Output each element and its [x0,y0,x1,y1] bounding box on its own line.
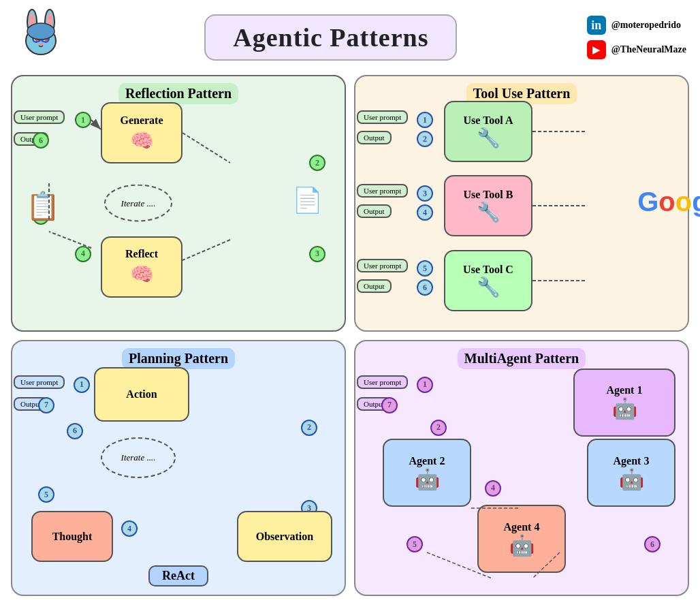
planning-iterate-oval: Iterate .... [101,437,176,478]
planning-user-prompt: User prompt [14,375,65,389]
social-links: in @moteropedrido ▶ @TheNeuralMaze [587,16,686,59]
multiagent-node-6: 6 [644,536,661,552]
youtube-handle: @TheNeuralMaze [611,44,686,55]
linkedin-handle: @moteropedrido [611,20,681,31]
tooluse-tool-a-label: Use Tool A [464,114,513,127]
tooluse-tool-c-box: Use Tool C 🔧 [444,250,532,311]
brain-emoji-1: 🧠 [130,129,154,152]
main-grid: Reflection Pattern User prompt Output 1 … [0,72,700,603]
reflection-node-1: 1 [75,112,91,128]
robot-1-icon: 🤖 [612,396,637,420]
tooluse-output-1: Output [357,131,392,144]
multiagent-node-4: 4 [485,480,501,497]
tooluse-output-5: Output [357,279,392,293]
robot-3-icon: 🤖 [619,467,644,491]
tooluse-output-3: Output [357,204,392,218]
planning-thought-label: Thought [52,531,93,543]
multiagent-node-7: 7 [381,397,398,413]
planning-action-box: Action [94,367,189,422]
tooluse-node-6: 6 [417,279,433,296]
tooluse-prompt-5: User prompt [357,259,408,272]
tool-b-icon: 🔧 [477,201,500,223]
tooluse-prompt-1: User prompt [357,110,408,124]
tooluse-pattern-box: Tool Use Pattern User prompt Output 1 2 … [354,75,689,332]
planning-pattern-box: Planning Pattern User prompt Output 1 2 … [11,340,346,597]
brain-emoji-2: 🧠 [130,263,154,285]
planning-react-label: ReAct [148,565,208,586]
planning-node-2: 2 [301,420,317,436]
reflection-reflect-label: Reflect [125,248,158,260]
planning-node-1: 1 [74,377,90,393]
reflection-node-2: 2 [309,155,325,171]
reflection-title: Reflection Pattern [118,83,238,104]
tooluse-tool-b-box: Use Tool B 🔧 [444,175,532,236]
reflection-user-prompt: User prompt [14,110,65,124]
multiagent-agent1-box: Agent 1 🤖 [573,369,675,437]
multiagent-title: MultiAgent Pattern [458,348,586,369]
multiagent-node-5: 5 [407,536,423,552]
header: Agentic Patterns in @moteropedrido ▶ @Th… [0,0,700,72]
reflection-iterate-label: Iterate .... [121,198,156,208]
planning-title: Planning Pattern [122,348,235,369]
robot-4-icon: 🤖 [509,533,535,557]
tooluse-node-1: 1 [417,112,433,128]
tooluse-node-3: 3 [417,185,433,202]
youtube-item: ▶ @TheNeuralMaze [587,40,686,59]
reflection-node-4: 4 [75,246,91,262]
tooluse-node-4: 4 [417,204,433,221]
planning-node-4: 4 [121,520,138,537]
tooluse-tool-c-label: Use Tool C [463,264,513,276]
svg-line-16 [91,120,101,129]
multiagent-agent3-box: Agent 3 🤖 [587,439,675,507]
tooluse-node-5: 5 [417,260,433,277]
tooluse-node-2: 2 [417,131,433,147]
multiagent-pattern-box: MultiAgent Pattern User prompt Output 1 … [354,340,689,597]
tooluse-prompt-3: User prompt [357,184,408,198]
svg-line-18 [182,240,230,260]
planning-node-7: 7 [38,397,54,413]
checklist-icon: 📋 [26,190,60,222]
tooluse-tool-a-box: Use Tool A 🔧 [444,101,532,162]
reflection-reflect-box: Reflect 🧠 [101,236,182,298]
planning-node-5: 5 [38,486,54,503]
multiagent-agent2-label: Agent 2 [409,455,445,467]
multiagent-node-1: 1 [417,377,433,393]
reflection-pattern-box: Reflection Pattern User prompt Output 1 … [11,75,346,332]
multiagent-agent3-label: Agent 3 [614,455,650,467]
reflection-iterate-oval: Iterate .... [104,185,172,222]
planning-action-label: Action [126,388,157,401]
reflection-generate-box: Generate 🧠 [101,102,182,163]
tool-c-icon: 🔧 [477,276,500,298]
bunny-logo [14,7,68,61]
multiagent-agent2-box: Agent 2 🤖 [383,439,471,507]
multiagent-agent4-label: Agent 4 [504,521,540,533]
svg-point-15 [27,23,54,40]
multiagent-user-prompt: User prompt [357,375,408,389]
svg-point-11 [39,43,43,46]
google-icon: Google [637,187,700,217]
planning-iterate-label: Iterate .... [121,452,156,463]
svg-line-17 [182,133,230,163]
multiagent-agent4-box: Agent 4 🤖 [477,505,566,573]
planning-observation-label: Observation [256,531,313,543]
tool-a-icon: 🔧 [477,127,500,149]
page-title: Agentic Patterns [204,14,457,61]
multiagent-agent1-label: Agent 1 [607,384,643,396]
reflection-node-6: 6 [33,132,49,148]
reflection-generate-label: Generate [120,114,163,127]
planning-node-6: 6 [67,423,83,439]
reflection-node-3: 3 [309,246,325,262]
linkedin-item: in @moteropedrido [587,16,681,35]
tooluse-tool-b-label: Use Tool B [464,189,513,201]
linkedin-icon: in [587,16,606,35]
multiagent-node-2: 2 [430,420,447,436]
robot-2-icon: 🤖 [415,467,440,491]
planning-thought-box: Thought [31,511,113,562]
planning-observation-box: Observation [237,511,332,562]
document-icon: 📄 [292,186,323,215]
logo-area [14,7,75,68]
youtube-icon: ▶ [587,40,606,59]
